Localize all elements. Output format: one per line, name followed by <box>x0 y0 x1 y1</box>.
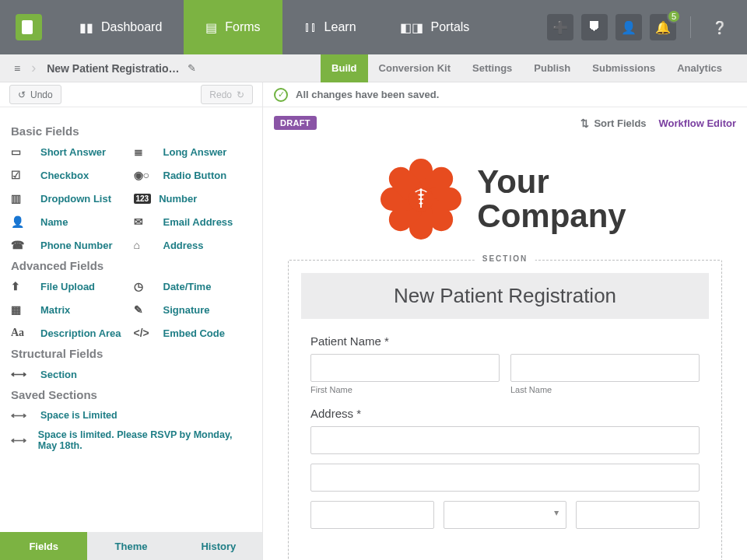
nav-dashboard[interactable]: ▮▮Dashboard <box>58 0 184 54</box>
saved-section-item[interactable]: ⟷Space is Limited <box>11 409 251 422</box>
field-datetime[interactable]: ◷Date/Time <box>134 280 252 292</box>
tab-conversion-kit[interactable]: Conversion Kit <box>368 54 461 82</box>
tab-publish[interactable]: Publish <box>523 54 581 82</box>
nav-label: Portals <box>431 20 470 34</box>
workflow-editor-link[interactable]: Workflow Editor <box>659 117 736 129</box>
tab-build[interactable]: Build <box>321 54 368 82</box>
chevron-right-icon: › <box>31 60 36 76</box>
field-embed[interactable]: </>Embed Code <box>134 327 252 339</box>
address-line1-input[interactable] <box>310 426 700 454</box>
brand-header: Your Company <box>274 146 736 260</box>
field-address[interactable]: ⌂Address <box>134 239 252 251</box>
saved-section-item[interactable]: ⟷Space is limited. Please RSVP by Monday… <box>11 429 251 451</box>
nav-label: Learn <box>324 20 356 34</box>
shield-icon: ⛊ <box>588 20 601 34</box>
patient-name-field[interactable]: Patient Name * First Name Last Name <box>289 334 721 394</box>
redo-icon: ↻ <box>237 89 244 100</box>
field-file-upload[interactable]: ⬆File Upload <box>11 280 129 292</box>
matrix-icon: ▦ <box>11 303 33 316</box>
saved-label: Space is Limited <box>40 410 117 421</box>
field-checkbox[interactable]: ☑Checkbox <box>11 169 129 181</box>
saved-sections-list: ⟷Space is Limited ⟷Space is limited. Ple… <box>11 409 251 451</box>
form-section[interactable]: SECTION New Patient Registration Patient… <box>288 260 722 560</box>
undo-button[interactable]: ↺Undo <box>9 85 61 104</box>
address-field[interactable]: Address * <box>289 407 721 538</box>
last-name-sublabel: Last Name <box>510 385 700 394</box>
field-radio-button[interactable]: ◉○Radio Button <box>134 169 252 181</box>
redo-button[interactable]: Redo↻ <box>201 85 253 104</box>
field-label: Signature <box>163 304 210 316</box>
account-button[interactable]: 👤 <box>615 14 642 40</box>
nav-forms[interactable]: ▤Forms <box>184 0 282 54</box>
phone-icon: ☎ <box>11 239 33 251</box>
first-name-input[interactable] <box>310 354 500 382</box>
address-city-input[interactable] <box>310 501 434 529</box>
first-name-sublabel: First Name <box>310 385 500 394</box>
address-icon: ⌂ <box>134 239 156 251</box>
field-signature[interactable]: ✎Signature <box>134 303 252 316</box>
field-number[interactable]: 123Number <box>134 192 252 205</box>
add-button[interactable]: ➕ <box>547 14 573 40</box>
address-line2-input[interactable] <box>310 464 700 492</box>
book-icon: ⫿⫿ <box>304 20 317 34</box>
section-title[interactable]: New Patient Registration <box>301 273 709 319</box>
last-name-input[interactable] <box>510 354 700 382</box>
form-title[interactable]: New Patient Registratio… <box>47 62 179 75</box>
upload-icon: ⬆ <box>11 280 33 292</box>
form-canvas[interactable]: Your Company SECTION New Patient Registr… <box>263 138 747 560</box>
tab-analytics[interactable]: Analytics <box>666 54 733 82</box>
field-matrix[interactable]: ▦Matrix <box>11 303 129 316</box>
field-email[interactable]: ✉Email Address <box>134 215 252 228</box>
sort-label: Sort Fields <box>594 117 646 129</box>
help-icon: ❔ <box>712 20 728 35</box>
field-label: Checkbox <box>40 170 89 181</box>
field-label: Short Answer <box>40 146 106 158</box>
name-icon: 👤 <box>11 215 33 228</box>
structural-fields-grid: ⟷Section <box>11 368 251 380</box>
sort-fields-button[interactable]: ⇅Sort Fields <box>580 117 646 129</box>
field-dropdown[interactable]: ▥Dropdown List <box>11 192 129 205</box>
dropdown-icon: ▥ <box>11 192 33 205</box>
bell-icon: 🔔 <box>655 20 671 35</box>
status-bar: ✓ All changes have been saved. <box>263 82 747 107</box>
notifications-button[interactable]: 🔔5 <box>650 14 676 40</box>
field-section[interactable]: ⟷Section <box>11 368 251 380</box>
tab-theme[interactable]: Theme <box>87 532 174 560</box>
divider <box>690 16 691 38</box>
nav-learn[interactable]: ⫿⫿Learn <box>282 0 378 54</box>
field-name[interactable]: 👤Name <box>11 215 129 228</box>
tab-submissions[interactable]: Submissions <box>581 54 666 82</box>
structural-fields-heading: Structural Fields <box>11 347 251 360</box>
tab-fields[interactable]: Fields <box>0 532 87 560</box>
list-icon[interactable]: ≡ <box>14 62 20 75</box>
shield-button[interactable]: ⛊ <box>581 14 608 40</box>
advanced-fields-heading: Advanced Fields <box>11 259 251 272</box>
help-button[interactable]: ❔ <box>707 14 733 40</box>
section-tag: SECTION <box>475 254 535 263</box>
section-icon: ⟷ <box>11 434 30 446</box>
field-label: Name <box>40 216 68 228</box>
brand-logo <box>384 162 458 236</box>
field-long-answer[interactable]: ≣Long Answer <box>134 145 252 158</box>
address-zip-input[interactable] <box>576 501 700 529</box>
field-short-answer[interactable]: ▭Short Answer <box>11 145 129 158</box>
nav-portals[interactable]: ◧◨Portals <box>378 0 492 54</box>
field-label: Matrix <box>40 304 70 316</box>
clock-icon: ◷ <box>134 280 156 292</box>
builder-tabs: Build Conversion Kit Settings Publish Su… <box>321 54 733 82</box>
primary-nav: ▮▮Dashboard ▤Forms ⫿⫿Learn ◧◨Portals <box>58 0 491 54</box>
nav-label: Forms <box>225 20 260 34</box>
short-answer-icon: ▭ <box>11 145 33 158</box>
tab-history[interactable]: History <box>175 532 262 560</box>
tab-settings[interactable]: Settings <box>461 54 523 82</box>
notif-count: 5 <box>667 9 681 23</box>
app-logo[interactable] <box>0 0 58 54</box>
field-label: File Upload <box>40 281 95 292</box>
number-icon: 123 <box>134 194 152 204</box>
email-icon: ✉ <box>134 215 156 228</box>
field-phone[interactable]: ☎Phone Number <box>11 239 129 251</box>
edit-title-icon[interactable]: ✎ <box>188 62 196 74</box>
address-state-select[interactable] <box>444 501 567 529</box>
field-description[interactable]: AaDescription Area <box>11 327 129 339</box>
patient-name-label: Patient Name * <box>310 334 700 348</box>
